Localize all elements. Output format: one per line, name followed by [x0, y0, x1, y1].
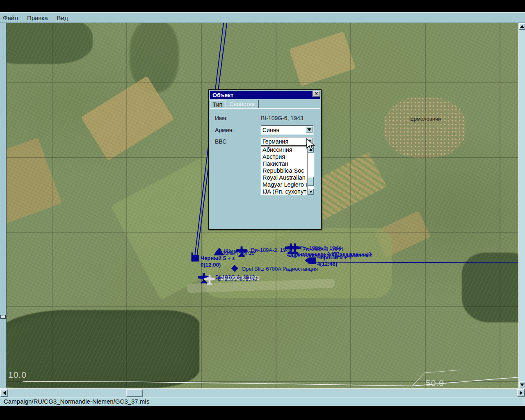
menu-edit[interactable]: Правка	[27, 14, 48, 21]
list-scrollbar-thumb[interactable]	[308, 177, 314, 186]
unit-label-opel[interactable]: Opel Blitz 6700A Радиостанция	[242, 266, 318, 272]
airforce-dropdown-button[interactable]	[306, 138, 313, 145]
terrain-patch	[7, 23, 93, 64]
down-arrow-icon	[520, 383, 524, 386]
mission-path: Campaign/RU/CG3_Normandie-Niemen/GC3_37.…	[1, 397, 523, 405]
village-area	[384, 97, 466, 158]
army-selected-value: Синяя	[262, 127, 306, 133]
unit-label-fw189[interactable]: Fw-189A-2, 1941	[251, 247, 292, 253]
menu-file[interactable]: Файл	[3, 14, 18, 21]
scrollbar-thumb[interactable]	[126, 389, 143, 397]
name-value: Bf-109G-6, 1943	[261, 115, 304, 121]
unit-label-bf109-highlight[interactable]: Bf-109G-6, 1943	[220, 275, 260, 281]
scroll-down-button[interactable]	[519, 381, 525, 388]
scroll-up-button[interactable]	[519, 23, 525, 30]
app-window: Файл Правка Вид	[0, 0, 525, 420]
terrain-patch	[7, 137, 62, 224]
map-zoom-slider[interactable]	[0, 23, 7, 388]
village-label: Ермоловичи	[410, 116, 441, 122]
dropdown-option[interactable]: Royal Australian	[261, 174, 314, 181]
dropdown-option[interactable]: Абиссиния	[261, 146, 314, 153]
chevron-down-icon	[307, 128, 311, 131]
up-arrow-icon	[520, 25, 524, 28]
vertical-scrollbar[interactable]	[518, 23, 525, 388]
list-scrollbar[interactable]	[307, 146, 314, 195]
menu-bar: Файл Правка Вид	[0, 12, 525, 23]
down-arrow-icon	[309, 191, 313, 193]
object-dialog: Объект x Тип Свойства Имя: Bf-109G-6, 19…	[208, 89, 322, 230]
dropdown-option[interactable]: IJA (Яп. сухопут	[261, 188, 314, 195]
list-scroll-up-button[interactable]	[308, 146, 314, 153]
name-label: Имя:	[215, 115, 228, 121]
dropdown-option[interactable]: Magyar Legiero ı	[261, 181, 314, 188]
waypoint-label-right-2[interactable]: 4(12:46)	[317, 261, 337, 267]
list-scroll-down-button[interactable]	[308, 189, 314, 195]
terrain-patch	[289, 32, 356, 87]
dialog-title[interactable]: Объект	[210, 91, 320, 99]
map-scale-label-left: 10.0	[8, 370, 27, 380]
menu-view[interactable]: Вид	[57, 14, 68, 21]
army-select[interactable]: Синяя	[261, 126, 313, 134]
horizontal-scrollbar[interactable]	[0, 388, 525, 397]
chevron-down-icon	[307, 140, 311, 143]
close-icon[interactable]: x	[313, 91, 320, 97]
properties-pane: Имя: Bf-109G-6, 1943 Армия: Синяя ВВС Ге…	[210, 108, 320, 228]
army-dropdown-button[interactable]	[306, 126, 313, 133]
right-arrow-icon	[520, 391, 523, 395]
forest-patch	[7, 310, 199, 388]
forest-patch	[462, 253, 518, 322]
left-arrow-icon	[3, 391, 6, 395]
slider-thumb[interactable]	[0, 315, 6, 319]
scroll-left-button[interactable]	[0, 389, 8, 397]
airforce-selected-value: Германия	[262, 138, 306, 145]
dropdown-option[interactable]: Австрия	[261, 153, 314, 160]
slider-track	[3, 23, 3, 388]
scroll-right-button[interactable]	[517, 389, 525, 397]
status-bar: Campaign/RU/CG3_Normandie-Niemen/GC3_37.…	[0, 397, 525, 406]
up-arrow-icon	[309, 148, 313, 151]
airforce-dropdown-list: Абиссиния Австрия Пакистан Repubblica So…	[261, 146, 314, 195]
airforce-select[interactable]: Германия	[261, 137, 313, 146]
tab-type[interactable]: Тип	[210, 100, 225, 109]
waypoint-label-left-2[interactable]: 0(12:00)	[201, 262, 221, 268]
dropdown-option[interactable]: Пакистан	[261, 160, 314, 167]
army-label: Армия:	[215, 127, 234, 133]
map-scale-label-right: 50.0	[426, 378, 444, 388]
waypoint-label-right-1[interactable]: Черный 5 + ±	[317, 254, 352, 260]
dropdown-option[interactable]: Repubblica Soc	[261, 167, 314, 174]
waypoint-label-left-1[interactable]: Черный 5 + ±	[201, 255, 235, 261]
airforce-label: ВВС	[215, 138, 226, 145]
tab-properties[interactable]: Свойства	[226, 100, 259, 109]
